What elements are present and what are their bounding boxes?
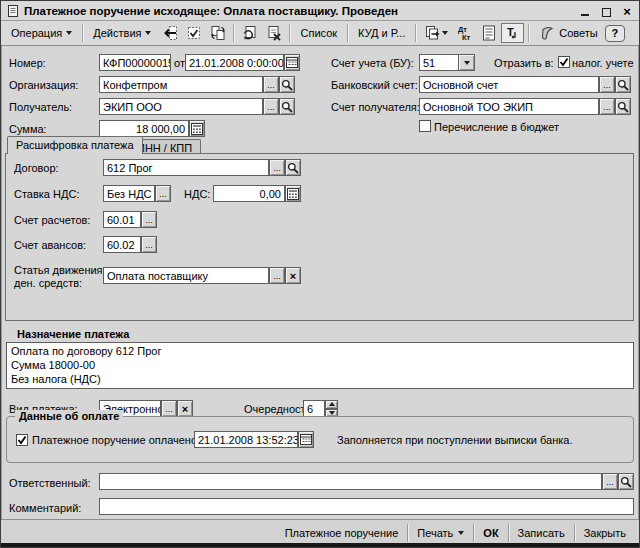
bank-account-open-button[interactable]	[615, 76, 631, 93]
vat-rate-select-button[interactable]: ...	[155, 185, 171, 202]
subordination-structure-button[interactable]: T	[501, 23, 524, 43]
date-input[interactable]: 21.01.2008 0:00:00	[185, 54, 284, 71]
chevron-down-icon	[458, 531, 464, 535]
budget-transfer-label: Перечисление в бюджет	[434, 121, 559, 133]
close-icon[interactable]: ×	[621, 5, 633, 17]
vat-rate-input[interactable]: Без НДС	[103, 185, 155, 202]
bank-account-select-button[interactable]: ...	[599, 76, 615, 93]
number-input[interactable]: КФП00000015	[99, 54, 171, 71]
purpose-textarea[interactable]: Оплата по договору 612 Прог Сумма 18000-…	[6, 342, 634, 389]
copy-document-button[interactable]	[206, 23, 229, 43]
cashflow-item-select-button[interactable]: ...	[269, 267, 285, 284]
paid-date-calendar-button[interactable]	[298, 431, 314, 448]
kudir-button[interactable]: КУД и Р...	[352, 23, 411, 43]
recipient-account-input[interactable]: Основной ТОО ЭКИП	[419, 98, 599, 115]
sum-calculator-button[interactable]	[189, 120, 205, 137]
post-arrow-icon	[161, 24, 179, 42]
calendar-icon	[286, 56, 298, 69]
organization-open-button[interactable]	[279, 76, 295, 93]
chevron-down-icon	[145, 31, 151, 35]
settlement-account-input[interactable]: 60.01	[103, 211, 141, 228]
priority-spinner[interactable]	[325, 400, 338, 417]
number-label: Номер:	[9, 57, 46, 69]
export-button[interactable]	[420, 23, 452, 43]
paid-date-input[interactable]: 21.01.2008 13:52:23	[194, 431, 298, 448]
clear-x-icon: ×	[290, 270, 296, 282]
comment-input[interactable]	[99, 498, 634, 515]
contract-input[interactable]: 612 Прог	[103, 159, 269, 176]
maximize-icon[interactable]	[600, 5, 612, 17]
payment-info-group: Данные об оплате Платежное поручение опл…	[6, 416, 634, 463]
recipient-account-open-button[interactable]	[615, 98, 631, 115]
recipient-input[interactable]: ЭКИП ООО	[99, 98, 263, 115]
vat-calculator-button[interactable]	[285, 185, 301, 202]
dtkt-icon: ДтКт	[456, 24, 474, 42]
advice-icon	[539, 25, 555, 42]
date-prefix-label: от	[174, 57, 185, 69]
recipient-account-select-button[interactable]: ...	[599, 98, 615, 115]
responsible-input[interactable]	[99, 473, 602, 490]
account-label: Счет учета (БУ):	[331, 57, 414, 69]
bank-account-input[interactable]: Основной счет	[419, 76, 599, 93]
help-button[interactable]: ?	[605, 25, 625, 42]
sheets-swap-icon	[209, 24, 227, 42]
tab-payment-details[interactable]: Расшифровка платежа	[7, 136, 143, 154]
priority-input[interactable]: 6	[303, 400, 325, 417]
budget-transfer-checkbox[interactable]	[419, 120, 431, 132]
responsible-open-button[interactable]	[618, 473, 634, 490]
payment-order-button[interactable]: Платежное поручение	[276, 523, 408, 543]
clear-x-icon: ×	[182, 403, 188, 415]
list-button[interactable]: Список	[294, 23, 343, 43]
advance-account-select-button[interactable]: ...	[141, 236, 157, 253]
cashflow-item-input[interactable]: Оплата поставщику	[103, 267, 269, 284]
recipient-open-button[interactable]	[279, 98, 295, 115]
magnifier-icon	[281, 79, 293, 91]
sheets-arrow-icon	[424, 24, 442, 42]
responsible-select-button[interactable]: ...	[602, 473, 618, 490]
cashflow-item-clear-button[interactable]: ×	[285, 267, 301, 284]
settlement-account-select-button[interactable]: ...	[141, 211, 157, 228]
tax-accounting-checkbox[interactable]	[558, 56, 570, 68]
checkbox-icon	[185, 24, 203, 42]
conduct-document-button[interactable]	[182, 23, 205, 43]
tips-button[interactable]: Советы	[533, 23, 603, 43]
vat-rate-label: Ставка НДС:	[14, 188, 79, 200]
date-calendar-button[interactable]	[284, 54, 300, 71]
organization-input[interactable]: Конфетпром	[99, 76, 263, 93]
payment-type-clear-button[interactable]: ×	[177, 400, 193, 417]
create-based-on-button[interactable]	[238, 23, 261, 43]
reflect-label: Отразить в:	[494, 57, 554, 69]
save-button[interactable]: Записать	[509, 523, 574, 543]
paid-checkbox[interactable]	[16, 434, 28, 446]
post-document-button[interactable]	[158, 23, 181, 43]
print-button[interactable]: Печать	[408, 523, 473, 543]
advance-account-label: Счет авансов:	[14, 239, 86, 251]
contract-open-button[interactable]	[285, 159, 301, 176]
cancel-posting-button[interactable]	[262, 23, 285, 43]
toolbar-separator	[233, 24, 234, 42]
bank-account-label: Банковский счет:	[331, 79, 418, 91]
recipient-label: Получатель:	[9, 101, 72, 113]
contract-select-button[interactable]: ...	[269, 159, 285, 176]
close-button[interactable]: Закрыть	[575, 523, 635, 543]
actions-menu-button[interactable]: Действия	[87, 23, 157, 43]
dtkt-button[interactable]: ДтКт	[453, 23, 476, 43]
movements-report-button[interactable]	[477, 23, 500, 43]
recipient-select-button[interactable]: ...	[263, 98, 279, 115]
minimize-icon[interactable]	[579, 5, 591, 17]
calculator-icon	[287, 188, 299, 200]
advance-account-input[interactable]: 60.02	[103, 236, 141, 253]
paid-label: Платежное поручение оплачено:	[32, 434, 200, 446]
operation-menu-button[interactable]: Операция	[5, 23, 78, 43]
comment-label: Комментарий:	[9, 502, 81, 514]
chevron-down-icon	[442, 31, 448, 35]
payment-type-select-button[interactable]: ...	[161, 400, 177, 417]
sum-input[interactable]: 18 000,00	[99, 120, 189, 137]
svg-text:Кт: Кт	[462, 33, 471, 42]
organization-select-button[interactable]: ...	[263, 76, 279, 93]
ok-button[interactable]: ОК	[474, 523, 507, 543]
spinner-up-button[interactable]	[325, 400, 338, 409]
vat-input[interactable]: 0,00	[213, 185, 285, 202]
account-dropdown-button[interactable]	[458, 54, 475, 71]
magnifier-icon	[620, 476, 632, 488]
